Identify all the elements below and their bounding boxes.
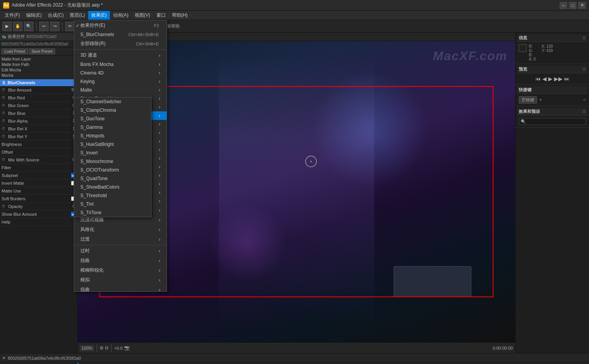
- menu-boris-mocha[interactable]: Boris FX Mocha ›: [74, 60, 167, 69]
- shortcuts-section: 快捷键 空格键 ▼ ↺: [516, 85, 589, 106]
- prop-subpixel[interactable]: Subpixel: [0, 172, 77, 179]
- menu-keying[interactable]: Keying ›: [74, 77, 167, 86]
- sub-s-threshold[interactable]: S_Threshold: [74, 191, 151, 200]
- menu-layer[interactable]: 图层(L): [67, 11, 88, 20]
- reset-shortcut[interactable]: ↺: [583, 98, 586, 102]
- zoom-tool[interactable]: 🔍: [24, 22, 33, 31]
- mocha[interactable]: Mocha: [2, 73, 76, 78]
- menu-remove-all[interactable]: 全部移除(R) Ctrl+Shift+E: [74, 39, 167, 49]
- target-circle: [305, 156, 317, 167]
- menu-view[interactable]: 视图(V): [132, 11, 153, 20]
- grid-button[interactable]: ⊟: [105, 345, 108, 350]
- minimize-button[interactable]: ─: [559, 2, 567, 9]
- prop-blur-blue[interactable]: ⏱ Blur Blue 1.: [0, 109, 77, 117]
- menu-edit[interactable]: 编辑(E): [23, 11, 45, 20]
- menu-obsolete[interactable]: 过时 ›: [74, 246, 167, 256]
- play-btn[interactable]: ▶: [548, 76, 553, 82]
- menu-composition[interactable]: 合成(C): [45, 11, 67, 20]
- prop-opacity[interactable]: ⏱ Opacity 0.: [0, 203, 77, 210]
- sub-s-duotone[interactable]: S_DuoTone: [74, 114, 151, 123]
- hand-tool[interactable]: ✋: [13, 22, 23, 31]
- prop-mix-source[interactable]: ⏱ Mix With Source 0.: [0, 156, 77, 164]
- color-preview: [519, 44, 526, 52]
- edit-mocha[interactable]: Edit Mocha: [2, 68, 76, 73]
- fit-button[interactable]: ⊞: [100, 345, 103, 350]
- menu-bar: 文件(F) 编辑(E) 合成(C) 图层(L) 效果(E) 动画(A) 视图(V…: [0, 11, 589, 20]
- matte-from-path[interactable]: Matte from Path: [2, 62, 76, 67]
- menu-distort2[interactable]: 扭曲 ›: [74, 285, 167, 292]
- menu-matte[interactable]: Matte ›: [74, 86, 167, 94]
- save-preset-btn[interactable]: Save Preset: [29, 49, 55, 54]
- sub-s-monochrome[interactable]: S_Monochrome: [74, 157, 151, 166]
- x-coord: X: 139: [542, 44, 553, 49]
- menu-effects[interactable]: 效果(E): [88, 11, 110, 20]
- sub-s-quadtone[interactable]: S_QuadTone: [74, 174, 151, 183]
- close-button[interactable]: ✕: [578, 2, 586, 9]
- sub-s-huesatbright[interactable]: S_HueSatBright: [74, 140, 151, 149]
- redo-btn[interactable]: ↪: [50, 22, 59, 31]
- arrow-sapphire-composite: ›: [159, 139, 160, 144]
- sub-s-showbadcolors[interactable]: S_ShowBadColors: [74, 183, 151, 191]
- prop-matte-use[interactable]: Matte Use: [0, 187, 77, 195]
- first-frame-btn[interactable]: ⏮: [535, 76, 541, 82]
- preview-menu[interactable]: ☰: [582, 67, 586, 71]
- stopwatch-icon-4: ⏱: [2, 111, 7, 115]
- sub-s-tint[interactable]: S_Tint: [74, 200, 151, 208]
- matte-from-layer[interactable]: Matte from Layer: [2, 57, 76, 62]
- sub-s-gamma[interactable]: S_Gamma: [74, 123, 151, 132]
- prop-blur-alpha[interactable]: ⏱ Blur Alpha 1.: [0, 117, 77, 125]
- prop-show-blur[interactable]: Show Blur Amount: [0, 210, 77, 218]
- prop-blur-green[interactable]: ⏱ Blur Green 0.: [0, 102, 77, 109]
- effects-menu[interactable]: ☰: [582, 109, 586, 114]
- menu-stylize[interactable]: 风格化 ›: [74, 225, 167, 234]
- prop-blur-amount[interactable]: ⏱ Blur Amount 96: [0, 86, 77, 94]
- prop-brightness[interactable]: Brightness: [0, 140, 77, 148]
- sub-s-invert[interactable]: S_Invert: [74, 149, 151, 157]
- prop-blur-rel-x[interactable]: ⏱ Blur Rel X 1.: [0, 125, 77, 133]
- prop-invert-matte[interactable]: Invert Matte: [0, 179, 77, 187]
- menu-effect-controls[interactable]: 效果控件(E) F3: [74, 21, 167, 30]
- sub-s-clampchroma[interactable]: S_ClampChroma: [74, 106, 151, 114]
- matte-options: Matte from Layer Matte from Path Edit Mo…: [0, 56, 77, 79]
- close-timeline[interactable]: ✕: [2, 356, 5, 360]
- undo-btn[interactable]: ↩: [39, 22, 49, 31]
- sub-s-ociotransform[interactable]: S_OCIOTransform: [74, 166, 151, 174]
- arrow-stylize: ›: [159, 227, 160, 232]
- menu-animation[interactable]: 动画(A): [110, 11, 132, 20]
- snapshot-btn[interactable]: 📷: [124, 345, 130, 350]
- menu-blur-sharpen-cn[interactable]: 模糊和锐化 ›: [74, 265, 167, 275]
- shortcut-dropdown[interactable]: ▼: [539, 98, 542, 102]
- maximize-button[interactable]: □: [569, 2, 577, 9]
- info-menu[interactable]: ☰: [582, 36, 586, 40]
- menu-file[interactable]: 文件(F): [2, 11, 23, 20]
- prop-blur-rel-y[interactable]: ⏱ Blur Rel Y 1.: [0, 133, 77, 140]
- play-audio-btn[interactable]: ▶▶: [554, 76, 563, 82]
- prev-frame-btn[interactable]: ◀: [542, 76, 547, 82]
- menu-3d-channel[interactable]: 3D 通道 ›: [74, 50, 167, 60]
- prop-offset[interactable]: Offset: [0, 148, 77, 156]
- remove-all-label: 全部移除(R): [80, 40, 106, 47]
- select-tool[interactable]: ▶: [2, 22, 12, 31]
- sub-s-channelswitcher[interactable]: S_ChannelSwitcher: [74, 97, 151, 106]
- menu-distort-cn[interactable]: 扭曲 ›: [74, 256, 167, 265]
- last-frame-btn[interactable]: ⏭: [564, 76, 570, 82]
- menu-window[interactable]: 窗口: [153, 11, 169, 20]
- prop-help[interactable]: Help: [0, 218, 77, 226]
- menu-help[interactable]: 帮助(H): [169, 11, 191, 20]
- load-preset-btn[interactable]: Load Preset: [2, 49, 28, 54]
- menu-cinema4d[interactable]: Cinema 4D ›: [74, 69, 167, 77]
- shortcut-key[interactable]: 空格键: [519, 96, 537, 104]
- prop-soft-borders[interactable]: Soft Borders: [0, 195, 77, 203]
- pen-tool[interactable]: ✏: [65, 22, 75, 31]
- prop-blur-red[interactable]: ⏱ Blur Red 0.: [0, 94, 77, 102]
- menu-transition[interactable]: 过渡 ›: [74, 234, 167, 244]
- menu-s-blurchannels[interactable]: S_BlurChannels Ctrl+Alt+Shift+E: [74, 30, 167, 39]
- s-tint-label: S_Tint: [80, 201, 94, 207]
- menu-simulate[interactable]: 模拟 ›: [74, 275, 167, 285]
- effect-name: S_BlurChannels: [0, 79, 77, 86]
- sub-s-tritone[interactable]: S_TriTone: [74, 208, 151, 217]
- effects-search-input[interactable]: [519, 118, 586, 125]
- zoom-level[interactable]: 100%: [80, 345, 94, 351]
- prop-filter[interactable]: Filter: [0, 164, 77, 172]
- sub-s-hotspots[interactable]: S_Hotspots: [74, 132, 151, 140]
